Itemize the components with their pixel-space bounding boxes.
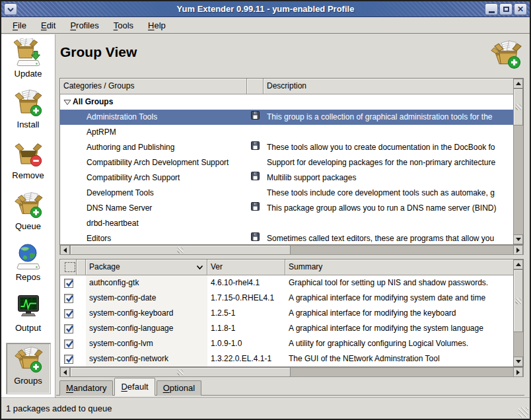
package-checkbox[interactable] [64, 294, 73, 303]
sidebar-item-label: Output [15, 323, 41, 333]
scroll-left-button[interactable] [60, 245, 70, 255]
installed-floppy-icon [251, 170, 260, 186]
packages-table-header: Package Ver Summary [60, 260, 513, 275]
package-ver: 4.6.10-rhel4.1 [207, 275, 285, 291]
column-header-package[interactable]: Package [86, 260, 207, 275]
package-summary: A graphical interface for modifying the … [285, 306, 513, 321]
sidebar-item-output[interactable]: Output [7, 293, 50, 341]
scroll-right-button[interactable] [513, 367, 523, 377]
group-description: Support for developing packages for the … [267, 158, 495, 167]
scrollbar-thumb[interactable] [70, 245, 291, 255]
scrollbar-thumb[interactable] [513, 269, 523, 332]
update-icon [14, 38, 43, 67]
group-row[interactable]: Compatibility Arch Support Multilib supp… [60, 170, 513, 186]
package-row[interactable]: system-config-lvm 1.0.9-1.0 A utility fo… [60, 336, 513, 351]
scroll-up-button[interactable] [513, 79, 523, 88]
package-checkbox[interactable] [64, 324, 73, 333]
column-header-status[interactable] [77, 260, 86, 275]
minimize-icon [489, 11, 495, 13]
scroll-right-button[interactable] [513, 245, 523, 255]
package-row[interactable]: system-config-date 1.7.15-0.RHEL4.1 A gr… [60, 291, 513, 306]
sidebar-item-label: Update [15, 69, 42, 79]
group-row[interactable]: drbd-heartbeat [60, 216, 513, 231]
group-name: drbd-heartbeat [87, 216, 139, 231]
group-row[interactable]: Development Tools These tools include co… [60, 186, 513, 201]
group-table: Categories / Groups Description All Grou… [59, 78, 524, 245]
arrow-left-icon [61, 248, 67, 253]
package-summary: A utility for graphically configuring Lo… [285, 336, 513, 351]
column-header-ver[interactable]: Ver [207, 260, 285, 275]
group-row[interactable]: Editors Sometimes called text editors, t… [60, 231, 513, 244]
column-header-summary[interactable]: Summary [285, 260, 513, 275]
sidebar-item-repos[interactable]: Repos [7, 242, 50, 290]
close-icon: ✕ [517, 5, 524, 13]
resize-grip-icon[interactable] [518, 407, 528, 417]
maximize-button[interactable] [499, 3, 513, 15]
sidebar-item-remove[interactable]: Remove [7, 140, 50, 188]
package-checkbox[interactable] [64, 339, 73, 349]
menu-tools[interactable]: Tools [108, 18, 139, 32]
close-button[interactable]: ✕ [514, 3, 527, 15]
package-row[interactable]: system-config-network 1.3.22.0.EL.4.1-1 … [60, 351, 513, 367]
tab-default[interactable]: Default [114, 378, 155, 396]
group-row[interactable]: AptRPM [60, 125, 513, 140]
installed-floppy-icon [251, 201, 260, 216]
column-header-categories-groups[interactable]: Categories / Groups [60, 79, 247, 94]
group-row[interactable]: Authoring and Publishing These tools all… [60, 140, 513, 155]
sidebar-item-install[interactable]: Install [7, 89, 50, 137]
arrow-left-icon [61, 370, 67, 375]
menu-mnemonic: P [70, 20, 76, 30]
menu-profiles[interactable]: Profiles [64, 18, 104, 32]
menu-help[interactable]: Help [142, 18, 172, 32]
group-vertical-scrollbar[interactable] [513, 79, 523, 244]
package-list: authconfig-gtk 4.6.10-rhel4.1 Graphical … [60, 275, 513, 367]
package-type-tabs: MandatoryDefaultOptional [59, 378, 203, 396]
group-row[interactable]: Compatibility Arch Development Support S… [60, 155, 513, 170]
package-checkbox[interactable] [64, 279, 73, 288]
scroll-down-button[interactable] [513, 234, 523, 244]
minimize-button[interactable] [485, 3, 498, 15]
sidebar: Update Install Remove Queue Repos Output… [1, 34, 55, 398]
package-row[interactable]: system-config-keyboard 1.2.5-1 A graphic… [60, 306, 513, 321]
package-row[interactable]: system-config-language 1.1.8-1 A graphic… [60, 321, 513, 336]
column-header-description[interactable]: Description [264, 79, 513, 94]
package-summary: The GUI of the NEtwork Adminstration Too… [285, 351, 513, 367]
packages-vertical-scrollbar[interactable] [513, 260, 523, 367]
installed-floppy-icon [251, 231, 260, 244]
status-text: 1 packages added to queue [6, 403, 112, 413]
packages-table: Package Ver Summary authconfig-gtk 4.6.1… [59, 259, 524, 367]
scrollbar-thumb[interactable] [513, 88, 523, 125]
titlebar[interactable]: Yum Extender 0.99.11 - yum-enabled Profi… [1, 1, 530, 17]
package-ver: 1.0.9-1.0 [207, 336, 285, 351]
packages-horizontal-scrollbar[interactable] [59, 367, 524, 377]
column-header-installed[interactable] [247, 79, 264, 94]
group-horizontal-scrollbar[interactable] [59, 245, 524, 255]
sidebar-item-update[interactable]: Update [7, 38, 50, 87]
package-checkbox[interactable] [64, 309, 73, 318]
group-name: Authoring and Publishing [87, 140, 174, 155]
sort-indicator-icon [196, 265, 203, 270]
group-row[interactable]: All Groups [60, 94, 513, 110]
group-row[interactable]: DNS Name Server This package group allow… [60, 201, 513, 216]
menu-file[interactable]: File [7, 18, 32, 32]
tab-mnemonic: D [121, 382, 127, 392]
package-row[interactable]: authconfig-gtk 4.6.10-rhel4.1 Graphical … [60, 275, 513, 291]
sidebar-item-queue[interactable]: Queue [7, 191, 50, 239]
expander-open-icon[interactable] [62, 99, 73, 106]
sidebar-item-groups[interactable]: Groups [7, 343, 50, 394]
scroll-left-button[interactable] [60, 367, 70, 377]
scroll-down-button[interactable] [513, 357, 523, 367]
package-checkbox[interactable] [64, 355, 73, 364]
window-menu-button[interactable] [4, 3, 17, 15]
queue-icon [14, 191, 43, 220]
group-name: All Groups [73, 94, 113, 110]
package-name: authconfig-gtk [86, 275, 207, 291]
group-row[interactable]: Administration Tools This group is a col… [60, 110, 513, 125]
column-header-checkbox[interactable] [60, 260, 77, 275]
tab-mandatory[interactable]: Mandatory [59, 380, 113, 396]
scrollbar-thumb[interactable] [70, 367, 291, 377]
tab-optional[interactable]: Optional [157, 380, 201, 396]
scroll-up-button[interactable] [513, 260, 523, 269]
package-name: system-config-date [86, 291, 207, 306]
menu-edit[interactable]: Edit [35, 18, 61, 32]
